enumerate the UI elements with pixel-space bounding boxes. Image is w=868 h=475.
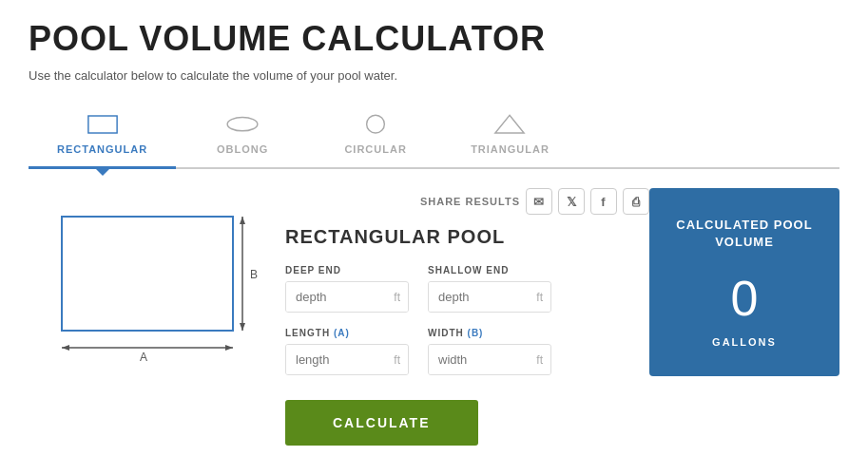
tab-triangular[interactable]: TRIANGULAR	[442, 102, 578, 167]
deep-end-group: DEEP END ft	[285, 265, 409, 313]
share-results-label: SHARE RESULTS	[420, 196, 520, 207]
width-input-wrapper: ft	[428, 344, 551, 375]
width-label: WIDTH (B)	[428, 328, 551, 338]
width-input[interactable]	[429, 345, 529, 374]
length-label: LENGTH (A)	[285, 328, 409, 338]
svg-marker-3	[495, 115, 524, 133]
shallow-end-input[interactable]	[429, 282, 529, 312]
tab-triangular-label: TRIANGULAR	[471, 143, 550, 155]
deep-end-input-wrapper: ft	[285, 281, 409, 313]
svg-text:A: A	[140, 351, 147, 364]
twitter-share-button[interactable]: 𝕏	[558, 188, 585, 215]
tab-circular-label: CIRCULAR	[344, 143, 406, 155]
facebook-share-button[interactable]: f	[590, 188, 617, 215]
tab-oblong[interactable]: OBLONG	[176, 102, 309, 167]
tab-rectangular-label: RECTANGULAR	[57, 143, 147, 155]
svg-text:B: B	[250, 268, 258, 281]
svg-marker-7	[240, 323, 245, 331]
diagram-area: B A	[29, 188, 276, 378]
width-group: WIDTH (B) ft	[428, 328, 551, 375]
triangular-icon	[492, 111, 527, 138]
svg-rect-4	[62, 217, 233, 331]
tab-rectangular[interactable]: RECTANGULAR	[29, 102, 176, 169]
result-label: CALCULATED POOL VOLUME	[668, 217, 820, 251]
shallow-end-input-wrapper: ft	[428, 281, 551, 313]
svg-point-1	[227, 117, 258, 130]
svg-marker-10	[62, 345, 69, 351]
circular-icon	[358, 111, 393, 138]
width-unit: ft	[529, 346, 550, 374]
length-input-wrapper: ft	[285, 344, 409, 375]
result-box: CALCULATED POOL VOLUME 0 GALLONS	[649, 188, 839, 376]
svg-rect-0	[87, 116, 116, 133]
result-value: 0	[731, 270, 759, 327]
shallow-end-label: SHALLOW END	[428, 265, 551, 276]
svg-point-2	[367, 115, 385, 133]
result-unit: GALLONS	[712, 336, 777, 348]
page-title: POOL VOLUME CALCULATOR	[29, 19, 839, 59]
deep-end-unit: ft	[386, 283, 408, 312]
shallow-end-group: SHALLOW END ft	[428, 265, 551, 313]
calculate-button[interactable]: CALCULATE	[285, 400, 478, 446]
deep-end-label: DEEP END	[285, 265, 409, 276]
pool-type-title: RECTANGULAR POOL	[285, 226, 640, 248]
tab-circular[interactable]: CIRCULAR	[309, 102, 442, 167]
rectangular-icon	[86, 111, 120, 138]
tabs-container: RECTANGULAR OBLONG CIRCULAR TRIANGULAR	[29, 102, 839, 169]
length-input[interactable]	[286, 345, 386, 374]
svg-marker-11	[225, 345, 233, 351]
share-section: SHARE RESULTS ✉ 𝕏 f ⎙	[276, 188, 649, 215]
oblong-icon	[225, 111, 260, 138]
deep-end-input[interactable]	[286, 282, 386, 312]
email-share-button[interactable]: ✉	[526, 188, 552, 215]
dimension-fields-row: LENGTH (A) ft WIDTH (B) ft	[285, 328, 640, 375]
content-row: B A SHARE RESULTS ✉ 𝕏 f ⎙ RECTANGULAR PO…	[29, 188, 839, 446]
rectangular-diagram: B A	[43, 198, 261, 369]
shallow-end-unit: ft	[529, 283, 550, 312]
svg-marker-6	[240, 217, 245, 224]
form-area: RECTANGULAR POOL DEEP END ft SHALLOW END…	[276, 226, 649, 446]
tab-oblong-label: OBLONG	[217, 143, 268, 155]
print-share-button[interactable]: ⎙	[623, 188, 649, 215]
length-unit: ft	[386, 346, 408, 374]
length-group: LENGTH (A) ft	[285, 328, 409, 375]
depth-fields-row: DEEP END ft SHALLOW END ft	[285, 265, 640, 313]
page-subtitle: Use the calculator below to calculate th…	[29, 68, 839, 83]
form-section: SHARE RESULTS ✉ 𝕏 f ⎙ RECTANGULAR POOL D…	[276, 188, 649, 446]
